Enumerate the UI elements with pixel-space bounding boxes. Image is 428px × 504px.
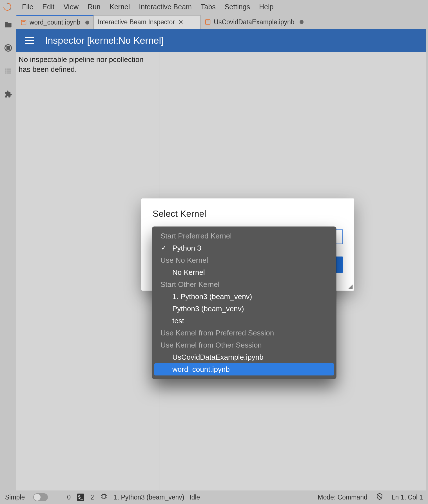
svg-point-2 — [10, 8, 11, 10]
simple-toggle[interactable] — [33, 493, 48, 501]
dd-item-python3[interactable]: Python 3 — [154, 242, 334, 254]
svg-rect-9 — [102, 495, 106, 498]
dd-section-preferred-session: Use Kernel from Preferred Session — [154, 327, 334, 339]
menubar: File Edit View Run Kernel Interactive Be… — [0, 0, 428, 14]
inspector-message-pane: No inspectable pipeline nor pcollection … — [16, 52, 159, 490]
svg-rect-7 — [206, 20, 210, 25]
dd-item-other2[interactable]: Python3 (beam_venv) — [154, 303, 334, 315]
kernel-status-text: 1. Python3 (beam_venv) | Idle — [114, 494, 200, 501]
terminal-icon[interactable]: $_ — [77, 494, 84, 501]
dd-item-test[interactable]: test — [154, 315, 334, 327]
dd-section-preferred: Start Preferred Kernel — [154, 230, 334, 242]
hamburger-icon[interactable] — [25, 37, 34, 44]
dd-item-no-kernel[interactable]: No Kernel — [154, 266, 334, 278]
dirty-indicator — [85, 21, 89, 25]
dd-section-other-kernel: Start Other Kernel — [154, 278, 334, 291]
file-browser-icon[interactable] — [4, 20, 13, 29]
svg-point-1 — [7, 3, 8, 4]
dirty-indicator — [300, 20, 304, 24]
modal-title: Select Kernel — [153, 209, 343, 219]
tab-label: UsCovidDataExample.ipynb — [214, 18, 294, 26]
menu-file[interactable]: File — [17, 1, 38, 13]
mode-text: Mode: Command — [318, 494, 367, 501]
empty-message: No inspectable pipeline nor pcollection … — [19, 55, 157, 74]
cursor-position: Ln 1, Col 1 — [392, 494, 423, 501]
svg-rect-8 — [207, 21, 209, 21]
menu-tabs[interactable]: Tabs — [196, 1, 220, 13]
dd-section-no-kernel: Use No Kernel — [154, 254, 334, 266]
tab-word-count[interactable]: word_count.ipynb — [16, 15, 93, 29]
tab-label: Interactive Beam Inspector — [98, 18, 175, 26]
simple-label: Simple — [5, 494, 25, 501]
menu-edit[interactable]: Edit — [38, 1, 59, 13]
close-icon[interactable]: ✕ — [178, 19, 183, 26]
svg-rect-6 — [22, 21, 25, 22]
menu-help[interactable]: Help — [255, 1, 278, 13]
tab-uscoviddata[interactable]: UsCovidDataExample.ipynb — [200, 15, 316, 29]
dd-section-other-session: Use Kernel from Other Session — [154, 339, 334, 351]
svg-rect-5 — [21, 20, 26, 25]
status-count-0: 0 — [67, 494, 71, 501]
resize-handle-icon[interactable]: ◢ — [348, 283, 353, 289]
menu-settings[interactable]: Settings — [220, 1, 255, 13]
menu-kernel[interactable]: Kernel — [105, 1, 134, 13]
toc-icon[interactable] — [4, 67, 13, 76]
running-icon[interactable] — [4, 43, 13, 52]
kernel-dropdown: Start Preferred Kernel Python 3 Use No K… — [152, 227, 336, 379]
inspector-header: Inspector [kernel:No Kernel] — [16, 29, 426, 52]
dd-item-session-wordcount[interactable]: word_count.ipynb — [154, 363, 334, 375]
menu-view[interactable]: View — [59, 1, 83, 13]
notebook-icon — [21, 19, 27, 26]
jupyter-logo — [3, 2, 12, 11]
extensions-icon[interactable] — [4, 90, 13, 99]
status-count-2: 2 — [90, 494, 94, 501]
svg-rect-4 — [7, 47, 9, 49]
left-sidebar — [0, 14, 16, 490]
statusbar: Simple 0 $_ 2 1. Python3 (beam_venv) | I… — [0, 490, 428, 504]
menu-interactive-beam[interactable]: Interactive Beam — [134, 1, 196, 13]
kernel-settings-icon[interactable] — [100, 493, 108, 502]
tab-label: word_count.ipynb — [30, 19, 80, 26]
tab-beam-inspector[interactable]: Interactive Beam Inspector ✕ — [93, 15, 200, 29]
menu-run[interactable]: Run — [83, 1, 105, 13]
tabs-row: word_count.ipynb Interactive Beam Inspec… — [16, 15, 426, 29]
shield-icon[interactable] — [376, 493, 383, 502]
notebook-icon — [205, 19, 211, 25]
inspector-title: Inspector [kernel:No Kernel] — [45, 35, 164, 46]
svg-point-0 — [4, 3, 11, 10]
dd-item-other1[interactable]: 1. Python3 (beam_venv) — [154, 291, 334, 303]
dd-item-session-uscovid[interactable]: UsCovidDataExample.ipynb — [154, 351, 334, 363]
